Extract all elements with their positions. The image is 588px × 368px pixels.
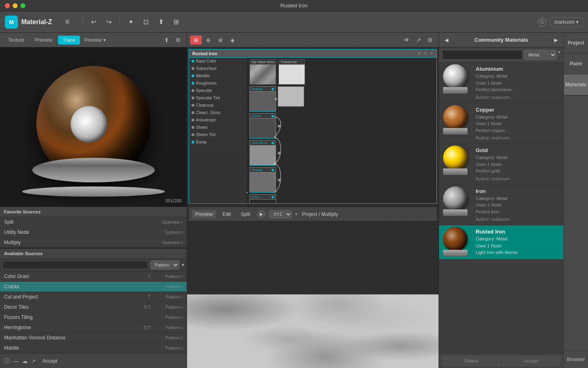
available-row-marble[interactable]: Marble Pattern-I bbox=[0, 343, 187, 353]
app-name: Material-Z bbox=[21, 18, 52, 26]
node-coordinate-select[interactable]: XYZ UV bbox=[269, 210, 292, 218]
source-row-utility[interactable]: Utility Node System-I bbox=[0, 227, 187, 238]
material-category-copper: Category: Metal bbox=[476, 114, 559, 121]
tab-texture[interactable]: Texture bbox=[3, 36, 29, 45]
node-tool-group-btn[interactable]: ◈ bbox=[227, 36, 238, 45]
accept-button[interactable]: Accept bbox=[39, 357, 61, 365]
node-white-1[interactable] bbox=[278, 86, 304, 112]
preview-settings-button[interactable]: ⚙ bbox=[173, 36, 183, 45]
node-window-close-icon[interactable]: ✕ bbox=[430, 51, 433, 56]
source-row-multiply[interactable]: Multiply Operator-I bbox=[0, 238, 187, 248]
redo-button[interactable]: ↪ bbox=[103, 16, 115, 27]
available-row-fizzers[interactable]: Fizzers Tiling Pattern-I bbox=[0, 312, 187, 323]
node-window-maximize-icon[interactable]: ⊡ bbox=[423, 51, 427, 56]
mat-pedestal-gold bbox=[443, 168, 468, 175]
info-button[interactable]: ⓘ bbox=[538, 18, 547, 27]
preview-dropdown[interactable]: Preview ▾ bbox=[81, 36, 109, 45]
material-item-iron[interactable]: Iron Category: Metal Uses 1 Node Perfect… bbox=[439, 185, 564, 226]
node-input-specular-tint: Specular Tint bbox=[189, 94, 246, 102]
hamburger-menu-button[interactable]: ≡ bbox=[62, 16, 73, 28]
node-settings-icon[interactable]: ⚙ bbox=[425, 36, 435, 45]
material-item-gold[interactable]: Gold Category: Metal Uses 1 Node Perfect… bbox=[439, 144, 564, 185]
community-panel-title: Community Materials bbox=[451, 37, 552, 43]
community-search-input[interactable] bbox=[442, 50, 522, 60]
toolbar-separator-2 bbox=[120, 17, 120, 27]
node-clamp[interactable]: Clamp bbox=[249, 113, 276, 139]
preview-export-button[interactable]: ⬆ bbox=[162, 36, 172, 45]
node-preview-icon[interactable]: 👁 bbox=[401, 36, 412, 45]
accept-material-button[interactable]: Accept bbox=[502, 356, 561, 366]
node-row-1: IQs Value Noise Turbulence bbox=[249, 59, 435, 85]
camera-button[interactable]: ⊞ bbox=[170, 16, 182, 27]
material-item-aluminium[interactable]: Aluminium Category: Metal Uses 1 Node Pe… bbox=[439, 63, 564, 103]
node-color-dark[interactable]: Color bbox=[249, 194, 276, 203]
upload-button[interactable]: ⬆ bbox=[155, 16, 167, 27]
tab-trace[interactable]: Trace bbox=[58, 36, 80, 45]
available-row-decor-tiles[interactable]: Decor Tiles S T Pattern-I bbox=[0, 302, 187, 312]
node-split-btn[interactable]: Split bbox=[237, 210, 253, 218]
right-top-bar: ◀ Community Materials ▶ bbox=[439, 33, 564, 47]
available-row-herringbone[interactable]: Herringbone S T Pattern-I bbox=[0, 323, 187, 333]
right-connector-3 bbox=[278, 152, 281, 155]
preview-actions: ⬆ ⚙ bbox=[162, 36, 183, 45]
node-window-frame: Rusted Iron ⊕ ⊡ ✕ Base Color bbox=[189, 49, 437, 204]
available-row-cracks[interactable]: Cracks Pattern-I bbox=[0, 282, 187, 292]
available-filter-select[interactable]: Pattern Texture Color bbox=[150, 260, 179, 269]
node-input-clearcoat: Clearcoat bbox=[189, 102, 246, 109]
node-preview-btn[interactable]: Preview bbox=[192, 210, 216, 218]
node-tool-select[interactable]: ⊛ bbox=[190, 36, 202, 45]
material-item-rusted-iron[interactable]: Rusted Iron Category: Metal Uses 1 Node … bbox=[439, 225, 564, 260]
node-thumbnails-area: IQs Value Noise Turbulence bbox=[246, 58, 437, 203]
transform-button[interactable]: ✦ bbox=[125, 16, 137, 27]
node-iqsvalue[interactable]: IQs Value Noise bbox=[249, 59, 277, 85]
node-inputs-column: Base Color Subsurface Metallic Roug bbox=[189, 58, 246, 203]
dot-specular-tint bbox=[192, 96, 194, 99]
right-collapse-left-button[interactable]: ◀ bbox=[442, 36, 451, 44]
minimize-icon[interactable]: — bbox=[13, 358, 19, 364]
info-icon[interactable]: ⓘ bbox=[4, 357, 10, 365]
maximize-button[interactable] bbox=[20, 3, 25, 8]
node-tool-delete[interactable]: ⊗ bbox=[215, 36, 226, 45]
user-menu-button[interactable]: markusm ▾ bbox=[550, 17, 583, 27]
node-edit-btn[interactable]: Edit bbox=[219, 210, 234, 218]
window-controls[interactable] bbox=[5, 3, 25, 8]
undo-button[interactable]: ↩ bbox=[88, 16, 100, 27]
node-turbulence[interactable]: Turbulence bbox=[278, 59, 305, 85]
share-icon[interactable]: ↗ bbox=[31, 358, 36, 364]
close-button[interactable] bbox=[5, 3, 10, 8]
material-item-copper[interactable]: Copper Category: Metal Uses 1 Node Perfe… bbox=[439, 103, 564, 144]
node-oneminus[interactable]: One Minus bbox=[249, 140, 276, 166]
node-canvas[interactable]: Rusted Iron ⊕ ⊡ ✕ Base Color bbox=[187, 47, 439, 294]
available-row-cut-project[interactable]: Cut and Project T Pattern-I bbox=[0, 292, 187, 302]
material-name-copper: Copper bbox=[476, 107, 559, 113]
nav-materials-button[interactable]: Materials bbox=[564, 74, 588, 95]
tab-preview-1[interactable]: Preview bbox=[30, 36, 57, 45]
preview-dropdown-icon: ▾ bbox=[103, 37, 106, 43]
nav-paint-button[interactable]: Paint bbox=[564, 54, 588, 74]
node-tool-connect[interactable]: ⊕ bbox=[203, 36, 214, 45]
mat-sphere-img-rusted-iron bbox=[443, 227, 468, 251]
node-window-expand-icon[interactable]: ⊕ bbox=[417, 51, 421, 56]
dot-specular bbox=[192, 89, 194, 92]
available-row-manhattan[interactable]: Manhattan Voronoi Distance Pattern-I bbox=[0, 333, 187, 343]
source-row-split[interactable]: Split Operator-I bbox=[0, 217, 187, 227]
nav-browser-button[interactable]: Browser bbox=[564, 350, 588, 368]
node-play-button[interactable]: ▶ bbox=[257, 210, 266, 219]
available-row-color-grain[interactable]: Color Grain T Pattern-I bbox=[0, 272, 187, 282]
nav-project-button[interactable]: Project bbox=[564, 33, 588, 54]
community-category-select[interactable]: Metal Wood Stone Plastic bbox=[524, 50, 557, 60]
available-category-manhattan: Pattern-I bbox=[154, 335, 183, 340]
right-collapse-right-button[interactable]: ▶ bbox=[552, 36, 560, 44]
cloud-icon[interactable]: ☁ bbox=[22, 358, 28, 364]
available-filter-input[interactable] bbox=[2, 261, 148, 269]
minimize-button[interactable] bbox=[13, 3, 18, 8]
resize-button[interactable]: ⊡ bbox=[140, 16, 152, 27]
node-share-icon[interactable]: ↗ bbox=[414, 36, 423, 45]
available-sources-section: Available Sources Pattern Texture Color … bbox=[0, 248, 187, 353]
node-multiply-2[interactable]: Multiply bbox=[249, 167, 276, 193]
node-multiply-1[interactable]: Multiply bbox=[249, 86, 276, 112]
app-logo: M bbox=[5, 16, 18, 29]
available-shortcut-color-grain: T bbox=[148, 274, 151, 279]
delete-material-button[interactable]: Delete bbox=[442, 356, 501, 366]
material-author-aluminium: Author: markusm bbox=[476, 95, 559, 100]
